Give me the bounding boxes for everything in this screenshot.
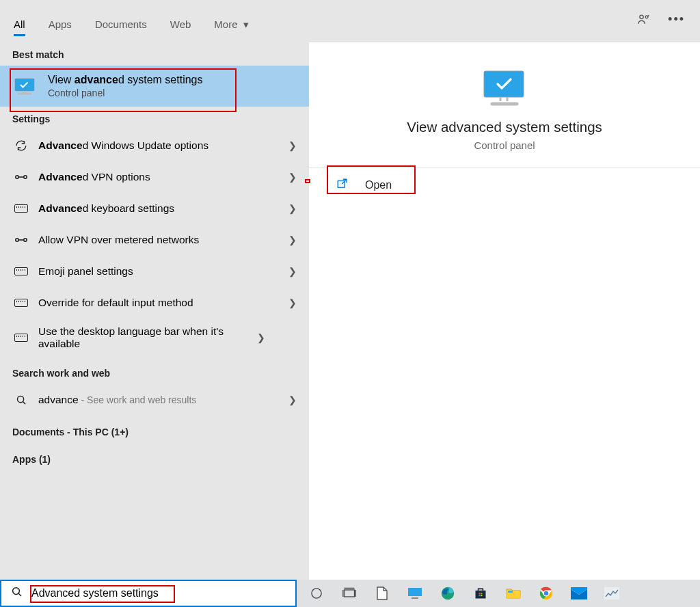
svg-point-0 xyxy=(640,15,643,18)
mail-icon[interactable] xyxy=(565,580,593,607)
tab-more[interactable]: More ▾ xyxy=(214,6,248,37)
windows-search-panel: All Apps Documents Web More ▾ ••• Best m… xyxy=(0,0,700,580)
svg-point-10 xyxy=(13,588,20,595)
setting-advanced-vpn[interactable]: Advanced VPN options ❯ xyxy=(0,161,309,193)
svg-point-7 xyxy=(17,396,23,402)
store-icon[interactable] xyxy=(466,580,495,607)
chevron-right-icon: ❯ xyxy=(288,234,297,245)
svg-rect-13 xyxy=(408,588,422,596)
file-explorer-icon[interactable] xyxy=(499,580,528,607)
svg-point-6 xyxy=(24,239,27,241)
taskbar xyxy=(0,580,700,607)
refresh-icon xyxy=(14,139,29,152)
svg-rect-16 xyxy=(479,593,481,594)
web-search-label: advance - See work and web results xyxy=(38,394,288,406)
svg-rect-12 xyxy=(345,590,355,597)
annotation-box xyxy=(30,585,175,603)
taskbar-icons xyxy=(297,580,626,607)
edge-icon[interactable] xyxy=(433,580,462,607)
setting-label: Override for default input method xyxy=(38,297,288,309)
detail-subtitle: Control panel xyxy=(323,139,686,151)
chevron-right-icon: ❯ xyxy=(288,266,297,277)
keyboard-icon xyxy=(14,267,29,275)
tab-web[interactable]: Web xyxy=(170,6,191,36)
vpn-icon xyxy=(14,235,29,245)
results-list: Best match View advanced system settings… xyxy=(0,42,309,580)
cortana-icon[interactable] xyxy=(302,580,331,607)
setting-label: Advanced Windows Update options xyxy=(38,139,288,152)
chevron-right-icon: ❯ xyxy=(288,394,297,405)
svg-rect-19 xyxy=(481,595,482,596)
chevron-right-icon: ❯ xyxy=(288,140,297,151)
setting-label: Allow VPN over metered networks xyxy=(38,234,288,246)
search-icon xyxy=(11,586,23,601)
keyboard-icon xyxy=(14,334,29,342)
tab-apps[interactable]: Apps xyxy=(49,6,72,36)
chart-app-icon[interactable] xyxy=(597,580,626,607)
setting-label: Advanced VPN options xyxy=(38,171,288,183)
annotation-box xyxy=(327,165,416,194)
section-documents: Documents - This PC (1+) xyxy=(0,416,309,443)
setting-emoji-panel[interactable]: Emoji panel settings ❯ xyxy=(0,256,309,287)
section-apps: Apps (1) xyxy=(0,443,309,470)
svg-point-3 xyxy=(16,176,18,178)
svg-point-4 xyxy=(24,176,27,178)
svg-point-5 xyxy=(16,239,18,241)
setting-advanced-keyboard[interactable]: Advanced keyboard settings ❯ xyxy=(0,193,309,224)
search-tabs: All Apps Documents Web More ▾ ••• xyxy=(0,0,700,42)
detail-title: View advanced system settings xyxy=(323,119,686,135)
more-options-icon[interactable]: ••• xyxy=(668,12,685,27)
chevron-right-icon: ❯ xyxy=(288,203,297,214)
section-search-web: Search work and web xyxy=(0,357,309,384)
task-view-icon[interactable] xyxy=(335,580,364,607)
setting-default-input-method[interactable]: Override for default input method ❯ xyxy=(0,287,309,319)
vpn-icon xyxy=(14,172,29,182)
search-icon xyxy=(14,394,29,406)
chevron-down-icon: ▾ xyxy=(243,18,249,30)
annotation-box xyxy=(10,68,237,112)
svg-rect-8 xyxy=(484,71,524,97)
chrome-icon[interactable] xyxy=(532,580,561,607)
chevron-right-icon: ❯ xyxy=(288,297,297,308)
account-icon[interactable] xyxy=(636,13,650,27)
svg-rect-17 xyxy=(481,593,482,594)
setting-label: Emoji panel settings xyxy=(38,265,288,278)
monitor-app-icon[interactable] xyxy=(401,580,429,607)
monitor-check-icon xyxy=(480,68,529,107)
setting-advanced-windows-update[interactable]: Advanced Windows Update options ❯ xyxy=(0,130,309,161)
setting-label: Use the desktop language bar when it's a… xyxy=(38,325,257,350)
best-match-result[interactable]: View advanced system settings Control pa… xyxy=(0,66,309,107)
web-search-result[interactable]: advance - See work and web results ❯ xyxy=(0,384,309,416)
open-action[interactable]: Open xyxy=(309,168,700,202)
svg-rect-15 xyxy=(476,591,486,599)
chevron-right-icon: ❯ xyxy=(257,332,265,343)
svg-rect-20 xyxy=(507,592,520,598)
svg-rect-18 xyxy=(479,595,481,596)
setting-allow-vpn-metered[interactable]: Allow VPN over metered networks ❯ xyxy=(0,224,309,256)
chevron-right-icon: ❯ xyxy=(288,172,297,183)
taskbar-search-box[interactable] xyxy=(0,580,297,607)
tab-documents[interactable]: Documents xyxy=(95,6,147,36)
svg-rect-21 xyxy=(508,591,513,593)
svg-point-11 xyxy=(312,589,321,598)
setting-desktop-language-bar[interactable]: Use the desktop language bar when it's a… xyxy=(0,319,309,357)
keyboard-icon xyxy=(14,299,29,307)
section-best-match: Best match xyxy=(0,42,309,66)
tab-more-label: More xyxy=(214,18,237,30)
setting-label: Advanced keyboard settings xyxy=(38,202,288,215)
keyboard-icon xyxy=(14,204,29,213)
tab-all[interactable]: All xyxy=(14,6,25,36)
detail-pane: View advanced system settings Control pa… xyxy=(309,42,700,580)
svg-point-23 xyxy=(543,591,549,596)
libreoffice-icon[interactable] xyxy=(368,580,396,607)
